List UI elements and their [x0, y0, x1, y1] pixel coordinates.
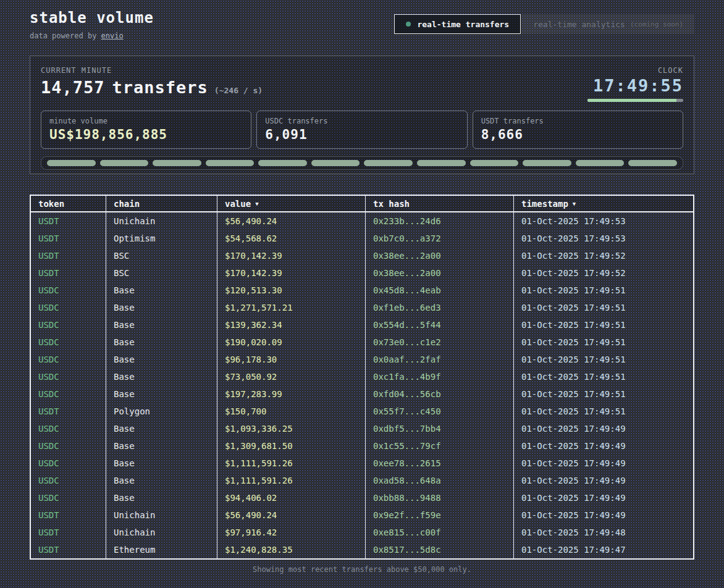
value-cell: $190,020.09: [217, 334, 366, 351]
table-row: USDTBSC$170,142.390x38ee...2a0001-Oct-20…: [31, 264, 693, 282]
column-header-token: token: [31, 196, 106, 211]
column-label: timestamp: [521, 199, 568, 209]
tx-hash-link[interactable]: 0x554d...5f44: [366, 316, 514, 334]
table-row: USDTEthereum$1,240,828.350x8517...5d8c01…: [31, 541, 693, 558]
tx-hash-link[interactable]: 0xf1eb...6ed3: [366, 299, 514, 316]
table-header-row: tokenchainvalue▼tx hashtimestamp▼: [31, 196, 693, 212]
chain-cell: Base: [106, 351, 217, 368]
tx-hash-link[interactable]: 0xb7c0...a372: [366, 230, 514, 247]
tx-hash-link[interactable]: 0xc1fa...4b9f: [366, 368, 514, 385]
chain-cell: Unichain: [106, 212, 217, 230]
powered-by: data powered by envio: [30, 32, 154, 40]
value-cell: $94,406.02: [217, 489, 366, 506]
value-cell: $56,490.24: [217, 506, 366, 524]
activity-segment: [417, 160, 466, 166]
activity-segment: [628, 160, 677, 166]
stat-value: 8,666: [481, 127, 675, 142]
table-row: USDTOptimism$54,568.620xb7c0...a37201-Oc…: [31, 230, 693, 247]
coming-soon-badge: (coming soon): [630, 20, 683, 28]
token-cell: USDC: [31, 299, 106, 316]
timestamp-cell: 01-Oct-2025 17:49:49: [514, 506, 693, 524]
brand: stable volume data powered by envio: [30, 9, 154, 40]
timestamp-cell: 01-Oct-2025 17:49:51: [514, 282, 693, 299]
token-cell: USDT: [31, 403, 106, 420]
column-label: chain: [114, 199, 140, 209]
table-body: USDTUnichain$56,490.240x233b...24d601-Oc…: [31, 212, 693, 558]
tab-label: real-time transfers: [417, 20, 509, 29]
table-row: USDTUnichain$56,490.240x9e2f...f59e01-Oc…: [31, 506, 693, 524]
token-cell: USDC: [31, 420, 106, 437]
tab-real-time-transfers[interactable]: real-time transfers: [394, 14, 521, 34]
table-row: USDCBase$94,406.020xbb88...948801-Oct-20…: [31, 489, 693, 506]
activity-segment: [47, 160, 96, 166]
token-cell: USDT: [31, 506, 106, 524]
chain-cell: Base: [106, 368, 217, 385]
chain-cell: Base: [106, 437, 217, 455]
activity-segment: [576, 160, 625, 166]
page-title: stable volume: [30, 9, 154, 27]
chain-cell: BSC: [106, 247, 217, 264]
envio-link[interactable]: envio: [101, 32, 124, 40]
value-cell: $170,142.39: [217, 264, 366, 282]
tx-hash-link[interactable]: 0x9e2f...f59e: [366, 506, 514, 524]
timestamp-cell: 01-Oct-2025 17:49:49: [514, 420, 693, 437]
token-cell: USDT: [31, 212, 106, 230]
value-cell: $1,093,336.25: [217, 420, 366, 437]
value-cell: $197,283.99: [217, 385, 366, 403]
tx-hash-link[interactable]: 0x8517...5d8c: [366, 541, 514, 558]
timestamp-cell: 01-Oct-2025 17:49:49: [514, 437, 693, 455]
timestamp-cell: 01-Oct-2025 17:49:53: [514, 230, 693, 247]
tx-hash-link[interactable]: 0x38ee...2a00: [366, 247, 514, 264]
tab-real-time-analytics: real-time analytics (coming soon): [522, 14, 694, 34]
stat-usdc-transfers: USDC transfers 6,091: [256, 111, 467, 149]
chain-cell: Base: [106, 316, 217, 334]
table-row: USDCBase$139,362.340x554d...5f4401-Oct-2…: [31, 316, 693, 334]
column-label: token: [38, 199, 64, 209]
chain-cell: Optimism: [106, 230, 217, 247]
value-cell: $1,111,591.26: [217, 455, 366, 472]
column-header-timestamp[interactable]: timestamp▼: [514, 196, 693, 211]
count-line: 14,757 transfers (~246 / s): [41, 78, 263, 97]
live-dot-icon: [406, 22, 411, 27]
tx-hash-link[interactable]: 0xbb88...9488: [366, 489, 514, 506]
table-row: USDTPolygon$150,7000x55f7...c45001-Oct-2…: [31, 403, 693, 420]
section-label: CURRENT MINUTE: [41, 66, 263, 75]
tx-hash-link[interactable]: 0x55f7...c450: [366, 403, 514, 420]
tx-hash-link[interactable]: 0x233b...24d6: [366, 212, 514, 230]
column-header-tx-hash: tx hash: [366, 196, 514, 211]
activity-segment-bar: [41, 156, 683, 170]
transfer-unit: transfers: [112, 78, 208, 97]
tx-hash-link[interactable]: 0xee78...2615: [366, 455, 514, 472]
tx-hash-link[interactable]: 0x73e0...c1e2: [366, 334, 514, 351]
page: stable volume data powered by envio real…: [0, 0, 724, 574]
clock: CLOCK 17:49:55: [587, 66, 683, 102]
chain-cell: Ethereum: [106, 541, 217, 558]
timestamp-cell: 01-Oct-2025 17:49:48: [514, 524, 693, 541]
transfer-count: 14,757: [41, 78, 105, 97]
token-cell: USDC: [31, 334, 106, 351]
stat-label: USDC transfers: [265, 117, 458, 125]
tab-label: real-time analytics: [533, 20, 625, 29]
chain-cell: Unichain: [106, 524, 217, 541]
tx-hash-link[interactable]: 0xdbf5...7bb4: [366, 420, 514, 437]
table-row: USDCBase$1,093,336.250xdbf5...7bb401-Oct…: [31, 420, 693, 437]
tx-hash-link[interactable]: 0x0aaf...2faf: [366, 351, 514, 368]
sort-desc-icon: ▼: [255, 201, 258, 207]
tx-hash-link[interactable]: 0x38ee...2a00: [366, 264, 514, 282]
tx-hash-link[interactable]: 0x1c55...79cf: [366, 437, 514, 455]
powered-by-text: data powered by: [30, 32, 96, 40]
chain-cell: Base: [106, 455, 217, 472]
table-row: USDCBase$1,309,681.500x1c55...79cf01-Oct…: [31, 437, 693, 455]
tx-hash-link[interactable]: 0xe815...c00f: [366, 524, 514, 541]
table-row: USDCBase$190,020.090x73e0...c1e201-Oct-2…: [31, 334, 693, 351]
tx-hash-link[interactable]: 0xad58...648a: [366, 472, 514, 489]
tx-hash-link[interactable]: 0xfd04...56cb: [366, 385, 514, 403]
tx-hash-link[interactable]: 0x45d8...4eab: [366, 282, 514, 299]
column-header-value[interactable]: value▼: [217, 196, 366, 211]
stats-row: minute volume US$198,856,885 USDC transf…: [41, 111, 683, 149]
token-cell: USDC: [31, 282, 106, 299]
value-cell: $54,568.62: [217, 230, 366, 247]
value-cell: $1,271,571.21: [217, 299, 366, 316]
chain-cell: BSC: [106, 264, 217, 282]
minute-progress-bar: [587, 99, 683, 102]
